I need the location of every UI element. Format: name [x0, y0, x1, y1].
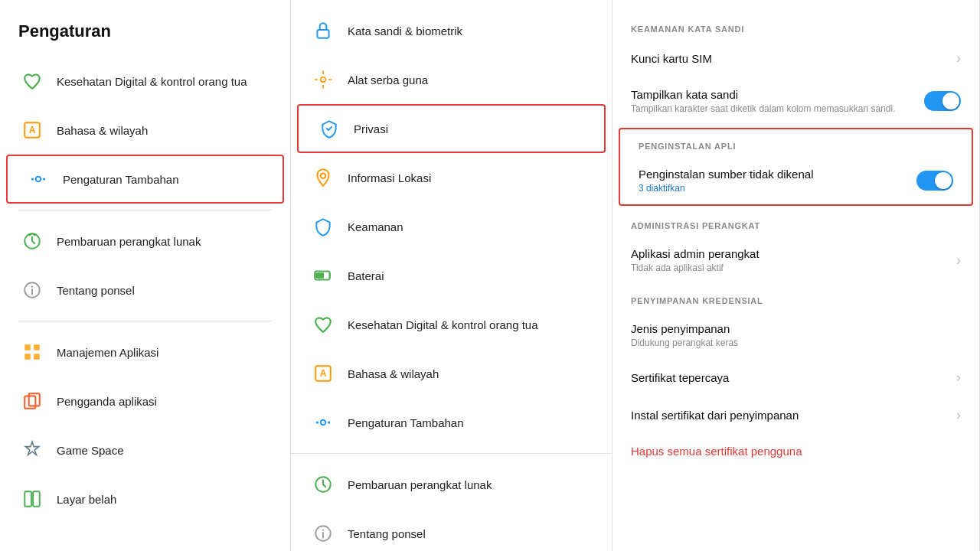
- sidebar-item-app-cloner[interactable]: Pengganda aplikasi: [0, 377, 290, 425]
- divider: [18, 210, 272, 210]
- sidebar-item-language[interactable]: A Bahasa & wilayah: [0, 106, 290, 155]
- svg-rect-11: [24, 344, 31, 350]
- mid-item-battery[interactable]: Baterai: [291, 251, 612, 300]
- split-icon: [20, 487, 44, 511]
- right-item-device-admin-apps[interactable]: Aplikasi admin perangkat Tidak ada aplik…: [612, 236, 979, 284]
- right-item-content: Jenis penyimpanan Didukung perangkat ker…: [631, 322, 961, 348]
- right-item-subtitle: Tidak ada aplikasi aktif: [631, 262, 950, 273]
- mid-item-security[interactable]: Keamanan: [291, 202, 612, 251]
- right-item-unknown-sources[interactable]: Penginstalan sumber tidak dikenal 3 diak…: [620, 157, 972, 204]
- svg-rect-17: [24, 491, 31, 507]
- right-item-content: Sertifikat tepercaya: [631, 371, 950, 384]
- mid-item-label: Keamanan: [348, 220, 403, 233]
- show-password-toggle[interactable]: [924, 91, 961, 111]
- mid-item-label: Alat serba guna: [348, 73, 428, 86]
- sidebar-item-game-space[interactable]: Game Space: [0, 425, 290, 474]
- utility-icon: [311, 67, 335, 92]
- right-item-title: Jenis penyimpanan: [631, 322, 961, 335]
- sidebar-item-label: Pembaruan perangkat lunak: [57, 235, 201, 248]
- mid-item-about-phone2[interactable]: Tentang ponsel: [291, 509, 612, 551]
- mid-item-location[interactable]: Informasi Lokasi: [291, 153, 612, 202]
- update-icon: [20, 229, 44, 253]
- right-item-content: Aplikasi admin perangkat Tidak ada aplik…: [631, 247, 950, 273]
- right-item-trusted-cert[interactable]: Sertifikat tepercaya ›: [612, 359, 979, 396]
- svg-rect-14: [34, 354, 40, 360]
- mid-item-label: Informasi Lokasi: [348, 171, 431, 184]
- app-installation-section-box: PENGINSTALAN APLI Penginstalan sumber ti…: [619, 128, 973, 206]
- svg-rect-19: [317, 30, 328, 38]
- sidebar-item-additional-settings[interactable]: Pengaturan Tambahan: [6, 155, 284, 204]
- sidebar-item-label: Pengganda aplikasi: [57, 395, 157, 408]
- right-item-title: Kunci kartu SIM: [631, 52, 950, 65]
- svg-text:A: A: [320, 368, 327, 379]
- svg-point-20: [321, 77, 326, 83]
- svg-point-26: [321, 420, 326, 425]
- chevron-right-icon: ›: [956, 407, 961, 423]
- mid-item-password-biometric[interactable]: Kata sandi & biometrik: [291, 6, 612, 55]
- section-header-credential-storage: PENYIMPANAN KREDENSIAL: [612, 284, 979, 311]
- sidebar-item-label: Bahasa & wilayah: [57, 124, 148, 137]
- chevron-right-icon: ›: [956, 370, 961, 386]
- security-icon: [311, 214, 335, 239]
- right-item-sim-lock[interactable]: Kunci kartu SIM ›: [612, 40, 979, 77]
- sidebar-item-split-screen[interactable]: Layar belah: [0, 474, 290, 523]
- sidebar-item-label: Game Space: [57, 444, 124, 457]
- apps-icon: [20, 340, 44, 364]
- mid-item-software-update2[interactable]: Pembaruan perangkat lunak: [291, 460, 612, 509]
- svg-point-4: [43, 178, 45, 180]
- heart-icon: [311, 312, 335, 337]
- mid-item-label: Pengaturan Tambahan: [348, 416, 464, 429]
- page-title: Pengaturan: [0, 12, 290, 57]
- svg-point-21: [321, 174, 326, 179]
- right-item-install-cert[interactable]: Instal sertifikat dari penyimpanan ›: [612, 396, 979, 434]
- svg-rect-13: [24, 354, 31, 360]
- svg-rect-23: [315, 272, 324, 279]
- svg-text:A: A: [29, 125, 36, 135]
- info-icon: [311, 521, 335, 546]
- section-header-app-installation: PENGINSTALAN APLI: [620, 129, 972, 157]
- sliders-icon: [311, 410, 335, 435]
- mid-column: Kata sandi & biometrik Alat serba guna P…: [291, 0, 612, 551]
- language-icon: A: [311, 361, 335, 386]
- right-item-content: Penginstalan sumber tidak dikenal 3 diak…: [639, 168, 910, 194]
- battery-icon: [311, 263, 335, 288]
- mid-item-utility[interactable]: Alat serba guna: [291, 55, 612, 104]
- mid-item-language2[interactable]: A Bahasa & wilayah: [291, 349, 612, 398]
- mid-item-privacy[interactable]: Privasi: [297, 104, 606, 153]
- update-icon: [311, 472, 335, 497]
- sliders-icon: [26, 167, 51, 191]
- section-header-device-admin: ADMINISTRASI PERANGKAT: [612, 209, 979, 236]
- right-item-show-password[interactable]: Tampilkan kata sandi Tampilkan karakter …: [612, 77, 979, 125]
- mid-item-label: Tentang ponsel: [348, 527, 426, 540]
- right-item-clear-creds[interactable]: Hapus semua sertifikat pengguna: [612, 434, 979, 468]
- right-item-content: Tampilkan kata sandi Tampilkan karakter …: [631, 88, 918, 114]
- right-item-title: Tampilkan kata sandi: [631, 88, 918, 101]
- right-item-subtitle: Didukung perangkat keras: [631, 337, 961, 348]
- right-item-title: Sertifikat tepercaya: [631, 371, 950, 384]
- clone-icon: [20, 389, 44, 413]
- unknown-sources-toggle[interactable]: [916, 171, 953, 191]
- svg-point-27: [316, 421, 318, 423]
- sidebar-item-digital-health[interactable]: Kesehatan Digital & kontrol orang tua: [0, 57, 290, 106]
- mid-item-label: Pembaruan perangkat lunak: [348, 478, 492, 491]
- svg-point-28: [328, 421, 330, 423]
- right-item-storage-type[interactable]: Jenis penyimpanan Didukung perangkat ker…: [612, 311, 979, 359]
- mid-item-digital-health2[interactable]: Kesehatan Digital & kontrol orang tua: [291, 300, 612, 349]
- svg-rect-12: [34, 344, 40, 350]
- mid-divider: [291, 453, 612, 454]
- sidebar-item-app-management[interactable]: Manajemen Aplikasi: [0, 328, 290, 377]
- right-item-title: Aplikasi admin perangkat: [631, 247, 950, 260]
- right-item-title: Instal sertifikat dari penyimpanan: [631, 409, 950, 422]
- svg-point-2: [36, 177, 41, 182]
- right-column: KEAMANAN KATA SANDI Kunci kartu SIM › Ta…: [612, 0, 980, 551]
- sidebar-item-label: Layar belah: [57, 493, 116, 506]
- mid-item-label: Kesehatan Digital & kontrol orang tua: [348, 318, 538, 331]
- mid-item-additional-settings2[interactable]: Pengaturan Tambahan: [291, 398, 612, 447]
- chevron-right-icon: ›: [956, 253, 961, 269]
- sidebar-item-software-update[interactable]: Pembaruan perangkat lunak: [0, 217, 290, 266]
- svg-rect-18: [33, 491, 40, 507]
- mid-item-label: Baterai: [348, 269, 384, 282]
- heart-icon: [20, 69, 44, 93]
- sidebar-item-about-phone[interactable]: Tentang ponsel: [0, 266, 290, 315]
- divider: [18, 321, 272, 321]
